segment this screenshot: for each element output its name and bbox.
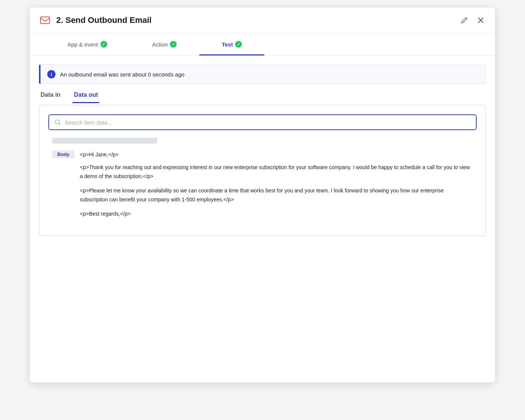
tabs-container: App & event ✓ Action ✓ Test ✓	[30, 33, 495, 56]
sub-tab-data-out-label: Data out	[74, 92, 98, 98]
tab-test[interactable]: Test ✓	[199, 33, 264, 55]
body-paragraph-2: <p>Please let me know your availability …	[80, 186, 473, 204]
search-input[interactable]	[65, 119, 471, 126]
modal-header: 2. Send Outbound Email	[30, 8, 495, 33]
tab-app-event-label: App & event	[68, 41, 98, 48]
blurred-row	[52, 138, 157, 144]
content-panel: Body <p>Hi Jane,</p> <p>Thank you for re…	[39, 105, 486, 236]
tab-action-check: ✓	[170, 41, 177, 48]
tab-test-check: ✓	[235, 41, 242, 48]
data-row-body: Body <p>Hi Jane,</p> <p>Thank you for re…	[52, 150, 473, 224]
info-message: An outbound email was sent about 0 secon…	[60, 71, 184, 78]
body-line1: <p>Hi Jane,</p>	[80, 152, 119, 158]
email-icon	[39, 14, 51, 26]
search-box	[48, 114, 477, 130]
info-icon: i	[47, 70, 56, 78]
modal-container: 2. Send Outbound Email App & event ✓ Act…	[30, 8, 495, 382]
sub-tab-data-in[interactable]: Data in	[39, 92, 62, 103]
body-label: Body	[52, 150, 75, 158]
tab-action-label: Action	[152, 41, 168, 48]
tab-action[interactable]: Action ✓	[130, 33, 200, 55]
svg-point-1	[56, 120, 60, 124]
sub-tab-data-in-label: Data in	[40, 92, 60, 98]
page-title: 2. Send Outbound Email	[56, 15, 454, 25]
info-banner: i An outbound email was sent about 0 sec…	[39, 64, 486, 84]
tab-app-event[interactable]: App & event ✓	[45, 33, 130, 55]
tab-app-event-check: ✓	[100, 41, 107, 48]
search-icon	[54, 119, 61, 126]
body-main-content: <p>Thank you for reaching out and expres…	[80, 163, 473, 218]
edit-button[interactable]	[459, 15, 470, 26]
close-button[interactable]	[476, 15, 486, 26]
header-actions	[459, 15, 486, 26]
sub-tab-data-out[interactable]: Data out	[72, 92, 99, 103]
svg-rect-0	[40, 17, 50, 24]
body-paragraph-3: <p>Best regards,</p>	[80, 210, 473, 219]
body-content-wrapper: <p>Hi Jane,</p> <p>Thank you for reachin…	[80, 150, 473, 224]
data-area: Body <p>Hi Jane,</p> <p>Thank you for re…	[48, 138, 477, 224]
tab-test-label: Test	[222, 41, 233, 48]
body-paragraph-1: <p>Thank you for reaching out and expres…	[80, 163, 473, 181]
sub-tabs: Data in Data out	[30, 84, 495, 103]
